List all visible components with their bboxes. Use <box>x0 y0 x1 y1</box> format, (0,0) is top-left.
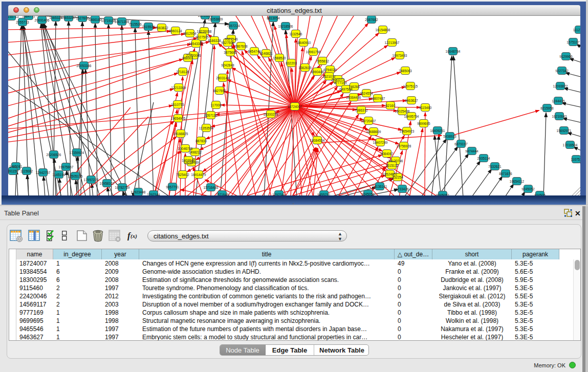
svg-text:10671355: 10671355 <box>115 20 129 24</box>
svg-text:1575107: 1575107 <box>567 40 580 44</box>
svg-text:2935114: 2935114 <box>477 157 490 160</box>
svg-text:17957223: 17957223 <box>84 178 99 182</box>
svg-text:16136141: 16136141 <box>373 185 387 188</box>
svg-text:16154808: 16154808 <box>376 28 390 32</box>
svg-text:20053346: 20053346 <box>77 64 92 68</box>
svg-text:1409948: 1409948 <box>182 159 195 162</box>
svg-text:8471676: 8471676 <box>499 172 512 176</box>
svg-text:7663822: 7663822 <box>155 26 168 30</box>
svg-text:16914479: 16914479 <box>191 173 206 177</box>
svg-text:8454749: 8454749 <box>248 50 261 53</box>
svg-text:252254: 252254 <box>392 176 403 179</box>
svg-text:9899695: 9899695 <box>417 122 430 125</box>
svg-text:6879197: 6879197 <box>454 142 468 146</box>
svg-text:1362615: 1362615 <box>298 66 312 70</box>
svg-text:9227342: 9227342 <box>555 69 569 73</box>
svg-text:12213369: 12213369 <box>171 86 186 90</box>
svg-text:10958107: 10958107 <box>100 182 115 185</box>
svg-text:9327546: 9327546 <box>225 37 238 41</box>
svg-text:2718126: 2718126 <box>176 70 189 74</box>
svg-text:8813054: 8813054 <box>267 16 280 20</box>
svg-text:16053809: 16053809 <box>208 17 223 21</box>
svg-text:62160: 62160 <box>386 104 395 107</box>
svg-text:1610755: 1610755 <box>171 103 184 106</box>
svg-text:17359924: 17359924 <box>70 151 84 155</box>
svg-text:16210643: 16210643 <box>552 115 567 118</box>
svg-text:117008: 117008 <box>210 103 222 107</box>
svg-text:10025438: 10025438 <box>395 110 410 113</box>
svg-text:1292344: 1292344 <box>272 193 286 196</box>
svg-text:9242848: 9242848 <box>221 63 234 67</box>
svg-text:12213967: 12213967 <box>385 41 400 45</box>
svg-text:9857791: 9857791 <box>166 185 179 189</box>
svg-text:1112753: 1112753 <box>573 28 580 32</box>
svg-text:11353594: 11353594 <box>199 126 214 130</box>
svg-text:1527602: 1527602 <box>76 16 89 20</box>
svg-text:3267110: 3267110 <box>205 114 217 117</box>
svg-text:7515526: 7515526 <box>142 25 155 29</box>
svg-text:6466160: 6466160 <box>89 18 102 21</box>
svg-text:6794028: 6794028 <box>323 68 337 72</box>
svg-text:9245052: 9245052 <box>361 192 375 196</box>
svg-text:19218506: 19218506 <box>278 25 293 28</box>
svg-text:9474444: 9474444 <box>465 149 478 153</box>
svg-text:18495754: 18495754 <box>404 115 419 118</box>
svg-text:(x): (x) <box>130 233 137 239</box>
svg-text:20691406: 20691406 <box>35 18 50 22</box>
svg-text:3624554: 3624554 <box>360 92 373 95</box>
svg-text:19384554: 19384554 <box>310 139 325 142</box>
svg-text:12093872: 12093872 <box>553 84 568 88</box>
svg-text:746266: 746266 <box>349 85 360 89</box>
svg-text:116753: 116753 <box>571 158 580 161</box>
svg-text:10654112: 10654112 <box>510 180 525 183</box>
svg-text:1733426: 1733426 <box>396 187 409 191</box>
svg-text:5938923: 5938923 <box>443 135 456 138</box>
svg-text:8912954: 8912954 <box>183 32 197 35</box>
svg-text:18226058: 18226058 <box>197 30 212 33</box>
svg-text:19654905: 19654905 <box>171 117 186 120</box>
svg-text:7515526: 7515526 <box>128 23 142 26</box>
svg-text:10688609: 10688609 <box>366 130 381 134</box>
svg-text:9463627: 9463627 <box>405 99 418 102</box>
svg-text:7357224: 7357224 <box>227 24 240 28</box>
svg-text:8960124: 8960124 <box>169 29 182 33</box>
svg-text:7485063: 7485063 <box>399 69 412 73</box>
svg-text:18407249: 18407249 <box>373 141 388 144</box>
svg-text:9129966: 9129966 <box>559 55 573 58</box>
svg-text:924505: 924505 <box>534 193 546 196</box>
svg-text:12975115: 12975115 <box>403 84 418 88</box>
svg-text:9084067: 9084067 <box>380 152 394 156</box>
svg-text:1132546: 1132546 <box>290 32 302 36</box>
svg-text:19654923: 19654923 <box>400 129 415 133</box>
svg-text:10046786: 10046786 <box>178 147 193 150</box>
svg-text:8215958: 8215958 <box>540 106 554 110</box>
svg-text:9245052: 9245052 <box>436 193 449 196</box>
svg-text:1244415: 1244415 <box>552 99 565 103</box>
svg-text:12923448: 12923448 <box>131 190 146 194</box>
svg-text:20155713: 20155713 <box>8 16 19 18</box>
svg-text:17016504: 17016504 <box>563 143 578 147</box>
svg-text:9115460: 9115460 <box>419 106 432 110</box>
svg-text:20364436: 20364436 <box>346 96 361 99</box>
svg-text:19756928: 19756928 <box>397 144 411 148</box>
svg-text:19975867: 19975867 <box>59 165 74 169</box>
svg-text:1292344: 1292344 <box>147 193 160 196</box>
svg-text:16409251: 16409251 <box>430 129 445 133</box>
svg-text:1588520: 1588520 <box>273 56 286 60</box>
svg-text:1485081: 1485081 <box>9 165 23 168</box>
svg-text:1498222: 1498222 <box>188 150 202 154</box>
svg-text:18640910: 18640910 <box>296 41 311 45</box>
svg-text:9327505: 9327505 <box>195 35 209 39</box>
svg-text:7955812: 7955812 <box>316 59 329 63</box>
svg-text:18300275: 18300275 <box>264 113 278 116</box>
svg-text:7632621: 7632621 <box>488 165 502 168</box>
svg-text:2803144: 2803144 <box>216 76 229 80</box>
svg-text:15720407: 15720407 <box>361 119 376 123</box>
svg-text:2867608: 2867608 <box>234 45 248 48</box>
svg-text:10653287: 10653287 <box>61 16 76 19</box>
svg-text:10973493: 10973493 <box>393 54 407 57</box>
svg-text:8427552: 8427552 <box>213 89 226 93</box>
svg-text:7386372: 7386372 <box>355 108 368 112</box>
svg-text:1571648: 1571648 <box>215 193 229 196</box>
svg-text:18724007: 18724007 <box>288 105 302 108</box>
